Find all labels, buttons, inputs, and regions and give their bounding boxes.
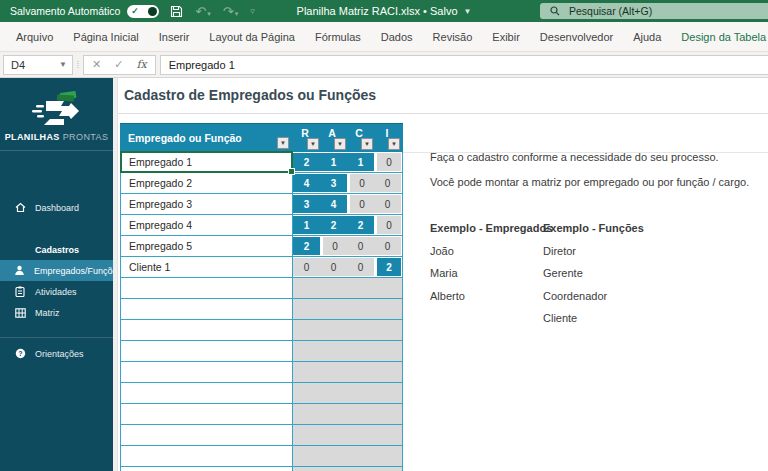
row-name-cell[interactable]: Empregado 3 [121,194,293,214]
row-name-cell[interactable]: Empregado 4 [121,215,293,235]
ribbon-tab-arquivo[interactable]: Arquivo [6,31,63,43]
svg-text:?: ? [18,350,22,357]
search-input[interactable]: Pesquisar (Alt+G) [540,3,768,19]
person-icon [14,265,25,276]
column-header-r: R▼ [293,124,320,152]
raci-value-cell[interactable]: 1 [293,216,320,234]
row-values [293,278,402,298]
raci-value-cell[interactable]: 0 [374,237,401,255]
raci-empty-cells[interactable] [293,383,402,403]
row-name-cell[interactable]: Empregado 1 [121,152,293,172]
raci-empty-cells[interactable] [293,320,402,340]
raci-value-cell[interactable]: 1 [347,153,374,171]
row-name-cell[interactable] [121,446,293,466]
raci-value-cell[interactable]: 4 [293,174,320,192]
row-values [293,446,402,466]
raci-value-cell[interactable]: 0 [347,258,374,276]
row-name-cell[interactable]: Empregado 2 [121,173,293,193]
sidebar-item-atividades[interactable]: Atividades [0,281,113,302]
sidebar-item-matriz[interactable]: Matriz [0,302,113,323]
row-name-cell[interactable] [121,425,293,445]
row-name-cell[interactable] [121,320,293,340]
raci-value-cell[interactable]: 0 [347,237,374,255]
filter-dropdown-icon[interactable]: ▼ [388,138,400,150]
row-name-cell[interactable] [121,362,293,382]
toggle-knob [148,7,157,16]
ribbon-tab-pagina-inicial[interactable]: Página Inicial [63,31,148,43]
row-name-cell[interactable]: Empregado 5 [121,236,293,256]
raci-value-cell[interactable]: 3 [320,174,347,192]
ribbon-tab-revisao[interactable]: Revisão [423,31,483,43]
filter-dropdown-icon[interactable]: ▼ [361,138,373,150]
ribbon-tab-ajuda[interactable]: Ajuda [623,31,671,43]
confirm-entry-icon[interactable]: ✓ [114,58,123,71]
customize-quick-access-icon[interactable]: ▿ [250,6,255,16]
formula-input[interactable]: Empregado 1 [160,55,768,75]
raci-value-cell[interactable]: 0 [323,237,347,255]
row-name-cell[interactable] [121,341,293,361]
sidebar-item-orientacoes[interactable]: ?Orientações [0,343,113,364]
raci-value-cell[interactable]: 0 [293,258,320,276]
example-function: Cliente [543,307,644,330]
filter-dropdown-icon[interactable]: ▼ [277,137,289,149]
row-name-cell[interactable] [121,383,293,403]
example-functions-column: Exemplo - Funções DiretorGerenteCoordena… [543,217,644,330]
table-row: Empregado 24300 [120,173,403,194]
raci-empty-cells[interactable] [293,341,402,361]
raci-empty-cells[interactable] [293,446,402,466]
raci-empty-cells[interactable] [293,467,402,471]
cancel-entry-icon[interactable]: ✕ [92,58,101,71]
row-name-cell[interactable] [121,404,293,424]
autosave-toggle[interactable]: ✓ [127,5,159,18]
formula-bar: D4 ▼ ⁞ ✕ ✓ fx Empregado 1 [0,52,768,78]
raci-value-cell[interactable]: 0 [320,258,347,276]
ribbon-tab-bar: ArquivoPágina InicialInserirLayout da Pá… [0,22,768,52]
raci-value-cell[interactable]: 1 [320,153,347,171]
raci-value-cell[interactable]: 0 [350,195,374,213]
ribbon-tab-dados[interactable]: Dados [371,31,423,43]
raci-empty-cells[interactable] [293,404,402,424]
filter-dropdown-icon[interactable]: ▼ [307,138,319,150]
raci-value-cell[interactable]: 0 [377,216,401,234]
row-values: 2110 [293,152,402,172]
ribbon-tab-desenvolvedor[interactable]: Desenvolvedor [530,31,623,43]
formula-bar-buttons: ✕ ✓ fx [83,55,156,75]
raci-value-cell[interactable]: 2 [293,153,320,171]
raci-value-cell[interactable]: 0 [374,174,401,192]
raci-value-cell[interactable]: 4 [320,195,347,213]
ribbon-tab-design-da-tabela[interactable]: Design da Tabela [671,31,768,43]
ribbon-tab-inserir[interactable]: Inserir [149,31,200,43]
insert-function-icon[interactable]: fx [136,58,146,71]
raci-value-cell[interactable]: 0 [374,195,401,213]
sidebar-item-empregados-funcoes[interactable]: Empregados/Funções [0,260,113,281]
raci-value-cell[interactable]: 0 [350,174,374,192]
raci-value-cell[interactable]: 3 [293,195,320,213]
ribbon-tab-layout-da-pagina[interactable]: Layout da Página [199,31,305,43]
cell-name-box[interactable]: D4 ▼ [3,55,73,75]
sidebar-item-dashboard[interactable]: Dashboard [0,197,113,218]
raci-value-cell[interactable]: 2 [293,237,320,255]
ribbon-tab-exibir[interactable]: Exibir [482,31,530,43]
example-employee: João [430,240,552,263]
undo-icon[interactable]: ↶▾ [195,4,210,19]
ribbon-tab-formulas[interactable]: Fórmulas [305,31,371,43]
save-icon[interactable] [170,5,183,18]
raci-empty-cells[interactable] [293,278,402,298]
table-row-empty [120,446,403,467]
raci-value-cell[interactable]: 2 [377,258,401,276]
row-name-cell[interactable] [121,299,293,319]
raci-value-cell[interactable]: 0 [377,153,401,171]
chevron-down-icon: ▼ [464,7,472,16]
raci-value-cell[interactable]: 2 [320,216,347,234]
filter-dropdown-icon[interactable]: ▼ [334,138,346,150]
row-name-cell[interactable] [121,278,293,298]
raci-empty-cells[interactable] [293,362,402,382]
row-values [293,341,402,361]
row-name-cell[interactable]: Cliente 1 [121,257,293,277]
raci-empty-cells[interactable] [293,425,402,445]
table-row-empty [120,467,403,471]
raci-value-cell[interactable]: 2 [347,216,374,234]
redo-icon[interactable]: ↷▾ [223,4,238,19]
row-name-cell[interactable] [121,467,293,471]
raci-empty-cells[interactable] [293,299,402,319]
